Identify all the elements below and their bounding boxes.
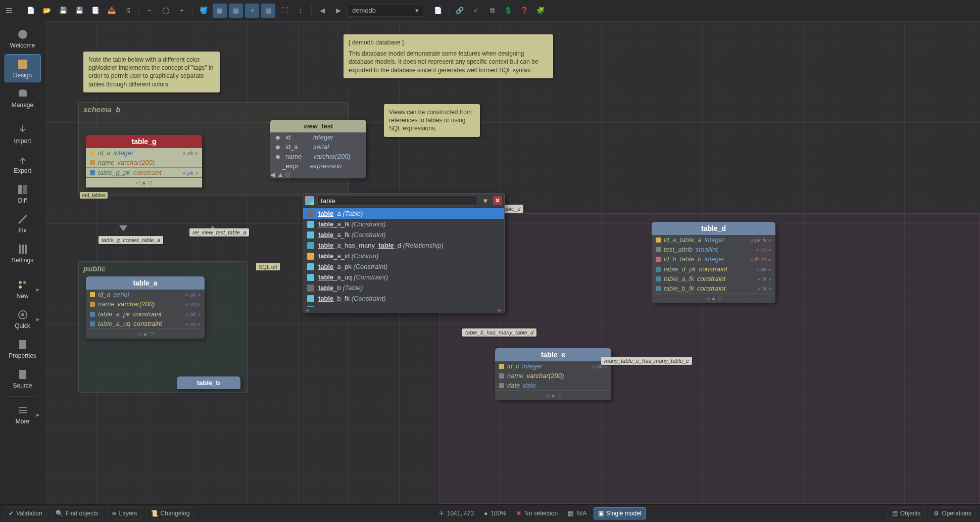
print-icon[interactable]: 🖨 — [121, 4, 135, 18]
table-g-header: table_g — [86, 135, 202, 148]
manage-icon — [17, 88, 29, 100]
zoom-out-icon[interactable]: − — [142, 4, 157, 18]
svg-point-9 — [19, 281, 22, 284]
rel-e-many-e: many_table_e_has_many_table_e — [601, 357, 692, 365]
rel-arrow-icon — [119, 225, 127, 231]
status-zoom: ●100% — [481, 510, 509, 517]
menu-icon[interactable] — [2, 4, 16, 18]
sidebar-item-quick[interactable]: Quick▸ — [5, 305, 41, 333]
finder-item[interactable]: table_a_uq (Constraint) — [303, 272, 504, 282]
sidebar-item-source[interactable]: Source — [5, 364, 41, 393]
grid-3-icon[interactable]: ▦ — [261, 4, 275, 18]
finder-item[interactable]: table_a_fk (Constraint) — [303, 219, 504, 229]
operations-icon: ⚙ — [934, 510, 939, 517]
finder-item[interactable]: table_a_fk (Constraint) — [303, 229, 504, 240]
export-doc-icon[interactable]: 📑 — [88, 4, 103, 18]
arrange-icon[interactable]: ↕ — [293, 4, 308, 18]
red-tables-tag: red_tables — [80, 192, 108, 199]
sidebar-item-settings[interactable]: Settings — [5, 239, 41, 267]
plugin-icon[interactable]: 🧩 — [533, 4, 548, 18]
trash-icon[interactable]: 🗑 — [485, 4, 499, 18]
snap-icon[interactable]: ⌖ — [245, 4, 259, 18]
note-db: [ demodb database ] This database model … — [344, 34, 553, 78]
sidebar-item-welcome[interactable]: Welcome — [5, 24, 41, 53]
open-icon[interactable]: 📂 — [40, 4, 54, 18]
search-icon: 🔍 — [56, 510, 63, 517]
save-as-icon[interactable]: 💾 — [72, 4, 86, 18]
prev-icon[interactable]: ◀ — [315, 4, 329, 18]
svg-rect-3 — [19, 91, 27, 97]
sidebar-item-design[interactable]: Design — [5, 54, 41, 82]
status-coords: ✛1041, 473 — [436, 510, 477, 517]
grid-2-icon[interactable]: ▦ — [229, 4, 243, 18]
sidebar-item-diff[interactable]: Diff — [5, 179, 41, 208]
settings-icon — [17, 243, 29, 255]
table-e[interactable]: table_e id_cinteger« pk » namevarchar(20… — [495, 348, 611, 400]
status-changelog[interactable]: 📜Changelog — [146, 507, 194, 519]
finder-item[interactable]: table_b_fk (Constraint) — [303, 293, 504, 304]
zoom-fit-icon[interactable]: ◯ — [159, 4, 173, 18]
grid-1-icon[interactable]: ▦ — [213, 4, 227, 18]
export-icon — [17, 154, 29, 166]
left-sidebar: Welcome Design Manage Import Export Diff… — [0, 21, 45, 504]
finder-item[interactable]: table_a_has_many_table_d (Relationship) — [303, 240, 504, 251]
deps-icon[interactable]: 🔗 — [453, 4, 467, 18]
save-icon[interactable]: 💾 — [56, 4, 70, 18]
sidebar-item-import[interactable]: Import — [5, 120, 41, 148]
status-find-objects[interactable]: 🔍Find objects — [51, 507, 103, 519]
sidebar-item-export[interactable]: Export — [5, 150, 41, 178]
view-test[interactable]: view_test ◆idinteger ◆id_aserial ◆nameva… — [270, 120, 366, 178]
finder-results[interactable]: table_a (Table)table_a_fk (Constraint)ta… — [303, 208, 504, 307]
status-validation[interactable]: ✔Validation — [4, 507, 47, 519]
color-tool-icon[interactable]: 🪣 — [197, 4, 211, 18]
finder-item[interactable]: table_a_id (Column) — [303, 251, 504, 261]
new-file-icon[interactable]: 📄 — [24, 4, 38, 18]
svg-rect-15 — [19, 370, 26, 379]
zoom-icon: ● — [484, 510, 487, 517]
svg-rect-7 — [22, 245, 24, 254]
fit-icon[interactable]: ⛶ — [277, 4, 291, 18]
selection-icon: ✖ — [516, 510, 521, 517]
more-icon — [17, 404, 29, 416]
new-obj-icon[interactable]: 📄 — [431, 4, 445, 18]
import-icon[interactable]: 📥 — [105, 4, 119, 18]
status-single-model[interactable]: ▣Single model — [594, 507, 646, 519]
finder-input[interactable] — [317, 196, 478, 206]
sidebar-item-new[interactable]: New▸ — [5, 275, 41, 303]
next-icon[interactable]: ▶ — [331, 4, 346, 18]
zoom-in-icon[interactable]: + — [175, 4, 189, 18]
sidebar-item-manage[interactable]: Manage — [5, 84, 41, 112]
model-selector[interactable]: demodb▾ — [348, 5, 423, 17]
layers-icon: ≋ — [112, 510, 117, 517]
sidebar-item-fix[interactable]: Fix — [5, 209, 41, 238]
schema-b-label: schema_b — [83, 105, 120, 114]
view-test-header: view_test — [270, 120, 366, 132]
finder-item[interactable]: table_a (Table) — [303, 208, 504, 219]
status-selection: ✖No selection — [513, 510, 561, 517]
design-canvas[interactable]: schema_b public Note the table below wit… — [45, 21, 980, 504]
filter-icon[interactable]: ▼ — [481, 196, 490, 205]
sidebar-item-properties[interactable]: Properties — [5, 335, 41, 363]
status-objects[interactable]: ▤Objects — [888, 507, 925, 519]
status-operations[interactable]: ⚙Operations — [929, 507, 976, 519]
rel-view-a: rel_view_test_table_a — [189, 228, 249, 236]
table-a[interactable]: table_a id_aserial« pk » namevarchar(200… — [86, 276, 205, 339]
diff-icon — [17, 183, 29, 196]
note-db-body: This database model demonstrate some fea… — [349, 50, 548, 74]
finder-item[interactable]: table_b (Table) — [303, 282, 504, 293]
svg-rect-8 — [25, 245, 27, 254]
cost-icon[interactable]: 💲 — [501, 4, 515, 18]
table-d[interactable]: table_d id_a_table_ainteger« pk fk » tes… — [652, 222, 775, 303]
status-bar: ✔Validation 🔍Find objects ≋Layers 📜Chang… — [0, 504, 980, 522]
help-icon[interactable]: ❓ — [517, 4, 531, 18]
validate-icon[interactable]: ✓ — [469, 4, 483, 18]
close-icon[interactable]: ✕ — [493, 196, 502, 205]
quick-icon — [17, 309, 29, 321]
svg-rect-6 — [19, 245, 21, 254]
table-e-header: table_e — [495, 348, 611, 361]
finder-item[interactable]: table_a_pk (Constraint) — [303, 261, 504, 272]
status-layers[interactable]: ≋Layers — [107, 507, 142, 519]
table-b[interactable]: table_b — [177, 376, 240, 389]
sidebar-item-more[interactable]: More▸ — [5, 400, 41, 429]
table-g[interactable]: table_g id_ainteger« pk » namevarchar(20… — [86, 135, 202, 187]
